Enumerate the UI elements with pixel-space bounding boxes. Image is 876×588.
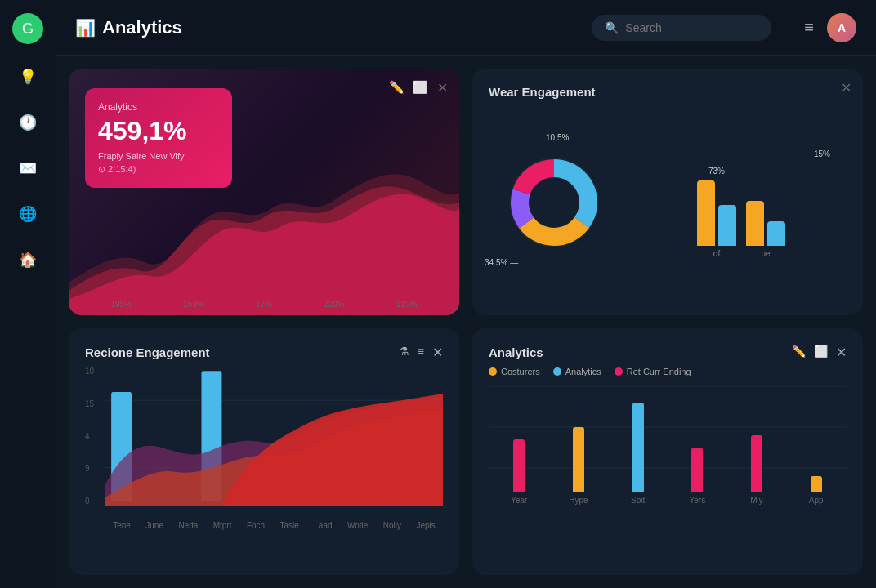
search-input[interactable] — [625, 21, 758, 34]
x-labels-tl: 195% 153% 17% 220% 110% — [69, 300, 459, 309]
legend-item-customers: Costurers — [489, 367, 540, 376]
region-x-label: Foch — [247, 521, 265, 530]
analytics-wave-card: ✏️ ⬜ ✕ Analytics 459,1% Fraply Saire New… — [69, 69, 459, 315]
region-chart: 10 15 4 9 0 — [85, 367, 443, 530]
sidebar-item-globe[interactable]: 🌐 — [15, 201, 41, 227]
legend-item-analytics: Analytics — [553, 367, 601, 376]
bar-pink-mly — [751, 435, 762, 492]
region-x-label: Wotle — [347, 521, 368, 530]
menu-icon[interactable]: ≡ — [804, 18, 814, 37]
y-label: 15 — [85, 399, 94, 408]
x-label: 153% — [183, 300, 204, 309]
y-label: 0 — [85, 497, 94, 506]
sidebar-item-mail[interactable]: ✉️ — [15, 155, 41, 181]
card-actions-tl: ✏️ ⬜ — [389, 80, 428, 95]
bar-label-of: of — [713, 249, 720, 258]
region-card-title: Recione Engagement — [85, 345, 210, 359]
x-label-mly: Mly — [750, 496, 763, 505]
x-label-app: App — [809, 496, 824, 505]
bar-group-yers — [670, 448, 725, 492]
legend-label: Ret Curr Ending — [627, 367, 691, 376]
region-x-label: Tasle — [280, 521, 299, 530]
chart-area — [105, 367, 443, 506]
x-label: 195% — [111, 300, 132, 309]
donut-label-bottom: 34.5% — — [485, 258, 518, 267]
legend: Costurers Analytics Ret Curr Ending — [489, 367, 847, 376]
expand-icon-br[interactable]: ⬜ — [814, 345, 828, 360]
analytics2-actions: ✏️ ⬜ ✕ — [792, 345, 847, 360]
x-label-year: Year — [511, 496, 527, 505]
x-label-yers: Yers — [690, 496, 706, 505]
bar-blue-spit — [632, 403, 644, 492]
region-x-label: Nolly — [383, 521, 401, 530]
legend-item-ret: Ret Curr Ending — [615, 367, 691, 376]
page-title: Analytics — [102, 17, 182, 38]
content-grid: ✏️ ⬜ ✕ Analytics 459,1% Fraply Saire New… — [56, 56, 876, 588]
bar-orange-1 — [697, 180, 715, 246]
legend-dot-blue — [553, 368, 561, 376]
sidebar-item-ideas[interactable]: 💡 — [15, 64, 41, 90]
x-label-spit: Spit — [631, 496, 645, 505]
time-text: ⊙ 2:15:4) — [98, 164, 219, 175]
legend-label: Costurers — [501, 367, 540, 376]
search-icon: 🔍 — [605, 21, 619, 34]
legend-dot-orange — [489, 368, 497, 376]
analytics-icon: 📊 — [75, 18, 96, 38]
wear-engagement-card: Wear Engagement ✕ — [472, 69, 863, 315]
expand-icon[interactable]: ⬜ — [413, 80, 428, 95]
bar-groups — [489, 386, 847, 492]
close-button-tr[interactable]: ✕ — [841, 80, 851, 96]
list-icon[interactable]: ≡ — [418, 345, 424, 360]
y-label: 4 — [85, 432, 94, 441]
bar-group-app — [789, 476, 843, 492]
region-x-label: Neda — [178, 521, 198, 530]
bar-blue-1 — [718, 205, 736, 246]
bar-label-oe: oe — [761, 249, 770, 258]
wear-card-title: Wear Engagement — [489, 85, 847, 99]
edit-icon-br[interactable]: ✏️ — [792, 345, 806, 360]
x-label: 110% — [396, 300, 418, 309]
analytics2-chart: Year Hype Spit Yers Mly App — [489, 386, 847, 517]
app-logo[interactable]: G — [12, 13, 43, 44]
close-button-tl[interactable]: ✕ — [437, 80, 448, 96]
bar-pink-yers — [691, 448, 703, 492]
pct-label-15: 15% — [814, 149, 830, 158]
region-x-label: June — [145, 521, 163, 530]
search-bar[interactable]: 🔍 — [592, 15, 771, 41]
big-number: 459,1% — [98, 116, 219, 146]
region-x-label: Mtprt — [213, 521, 232, 530]
x-label-hype: Hype — [569, 496, 588, 505]
app-title-group: 📊 Analytics — [75, 17, 182, 38]
edit-icon[interactable]: ✏️ — [389, 80, 404, 95]
sidebar-item-history[interactable]: 🕐 — [15, 109, 41, 136]
bar-group-year — [492, 439, 547, 492]
y-axis: 10 15 4 9 0 — [85, 367, 94, 506]
bar-group-of: 73% of — [697, 167, 736, 258]
sub-text: Fraply Saire New Vify — [98, 151, 219, 161]
region-card-actions: ⚗ ≡ ✕ — [399, 345, 443, 360]
x-label: 17% — [256, 300, 272, 309]
legend-label: Analytics — [565, 367, 601, 376]
wear-bar-chart: 73% of — [697, 167, 785, 258]
bar-group-hype — [552, 427, 606, 492]
region-x-labels: Tene June Neda Mtprt Foch Tasle Laad Wot… — [105, 521, 443, 530]
svg-point-5 — [530, 178, 579, 227]
filter-icon[interactable]: ⚗ — [399, 345, 409, 360]
close-button-br[interactable]: ✕ — [836, 345, 847, 360]
y-label: 10 — [85, 367, 94, 376]
header: 📊 Analytics 🔍 ≡ A — [56, 0, 876, 56]
donut-chart — [489, 137, 619, 268]
x-label: 220% — [324, 300, 345, 309]
close-button-bl[interactable]: ✕ — [432, 345, 443, 360]
bar-blue-2 — [767, 221, 785, 246]
bar-orange-hype — [573, 427, 584, 492]
region-x-label: Jepis — [416, 521, 435, 530]
bar-pink-year — [513, 439, 525, 492]
analytics-inner-box: Analytics 459,1% Fraply Saire New Vify ⊙… — [85, 88, 232, 188]
analytics2-card: Analytics ✏️ ⬜ ✕ Costurers Analytics — [472, 328, 863, 575]
sidebar-item-home[interactable]: 🏠 — [15, 247, 41, 273]
avatar[interactable]: A — [827, 13, 856, 42]
legend-dot-pink — [615, 368, 623, 376]
donut-label-top: 10.5% — [546, 133, 569, 142]
region-x-label: Tene — [113, 521, 131, 530]
